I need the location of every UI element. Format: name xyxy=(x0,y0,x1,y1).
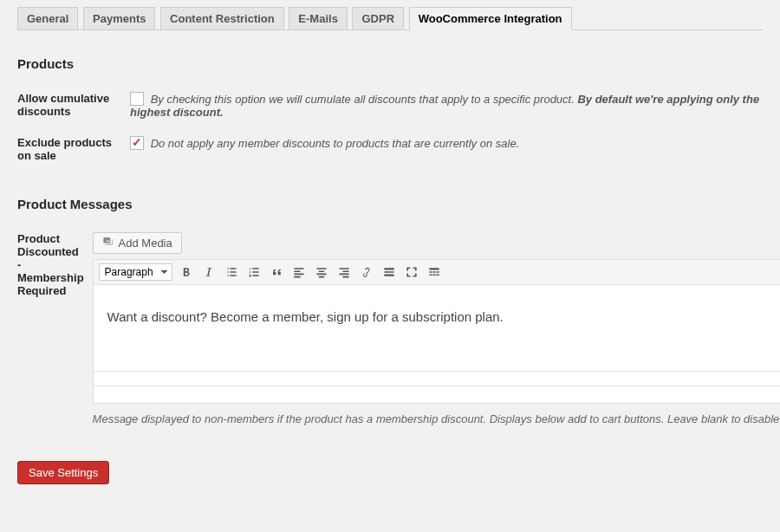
fullscreen-button[interactable] xyxy=(403,263,420,281)
bulleted-list-button[interactable] xyxy=(223,263,240,281)
align-center-button[interactable] xyxy=(313,263,330,281)
editor-horizontal-scrollbar[interactable] xyxy=(93,372,780,386)
allow-cumulative-checkbox[interactable] xyxy=(130,92,144,106)
tab-woocommerce-integration[interactable]: WooCommerce Integration xyxy=(409,7,572,30)
editor-content-area[interactable]: Want a discount? Become a member, sign u… xyxy=(93,285,780,372)
editor-toolbar: Paragraph xyxy=(93,259,780,285)
allow-cumulative-row: By checking this option we will cumulate… xyxy=(130,93,759,119)
media-icon xyxy=(102,236,114,250)
exclude-sale-label: Exclude products on sale xyxy=(17,127,130,171)
format-select[interactable]: Paragraph xyxy=(99,263,172,281)
tab-gdpr[interactable]: GDPR xyxy=(352,7,404,29)
exclude-sale-checkbox[interactable] xyxy=(130,136,144,150)
add-media-button[interactable]: Add Media xyxy=(93,232,182,254)
blockquote-button[interactable] xyxy=(268,263,285,281)
product-messages-heading: Product Messages xyxy=(17,197,763,211)
tab-general[interactable]: General xyxy=(17,7,78,29)
allow-cumulative-description: By checking this option we will cumulate… xyxy=(130,93,759,119)
tab-payments[interactable]: Payments xyxy=(83,7,155,29)
numbered-list-button[interactable] xyxy=(245,263,263,281)
align-left-button[interactable] xyxy=(290,263,308,281)
toolbar-toggle-button[interactable] xyxy=(426,263,443,281)
bold-button[interactable] xyxy=(178,263,195,281)
product-discounted-help: Message displayed to non-members if the … xyxy=(93,411,780,428)
link-button[interactable] xyxy=(358,263,375,281)
italic-button[interactable] xyxy=(200,263,218,281)
editor-status-bar xyxy=(93,386,780,404)
align-right-button[interactable] xyxy=(335,263,353,281)
allow-cumulative-label: Allow cumulative discounts xyxy=(17,83,130,127)
tab-emails[interactable]: E-Mails xyxy=(289,7,348,29)
settings-tabs: General Payments Content Restriction E-M… xyxy=(17,7,763,30)
exclude-sale-row: Do not apply any member discounts to pro… xyxy=(130,137,519,150)
tab-content-restriction[interactable]: Content Restriction xyxy=(160,7,284,29)
save-settings-button[interactable]: Save Settings xyxy=(17,461,109,484)
products-heading: Products xyxy=(17,56,763,71)
insert-more-button[interactable] xyxy=(380,263,398,281)
product-discounted-label: Product Discounted - Membership Required xyxy=(17,224,93,437)
exclude-sale-description: Do not apply any member discounts to pro… xyxy=(151,137,520,150)
